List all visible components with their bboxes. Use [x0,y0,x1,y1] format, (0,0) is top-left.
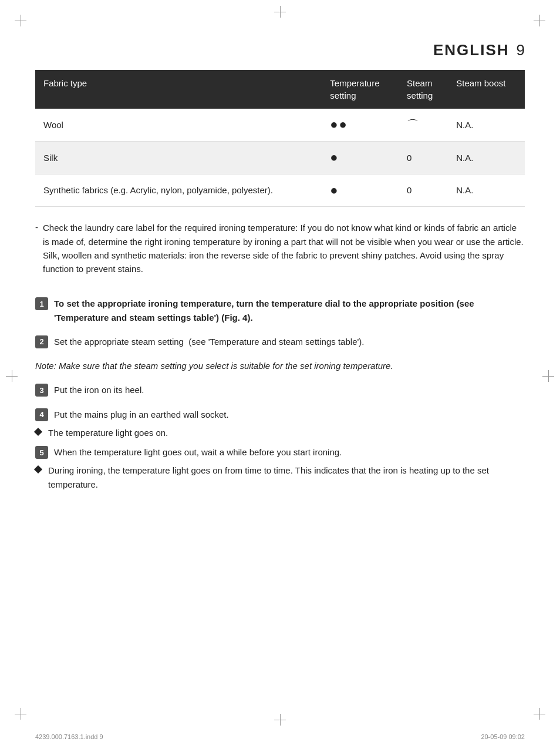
crosshair-bottom-center [274,714,286,726]
crosshair-br [534,708,545,720]
step-5-number: 5 [35,446,48,459]
table-row: Wool ●● ⌒ N.A. [35,109,525,141]
step-1-block: 1 To set the appropriate ironing tempera… [35,297,525,324]
bullet-diamond-icon-2 [34,465,42,474]
steam-setting-silk: 0 [399,141,448,174]
fabric-settings-table: Fabric type Temperaturesetting Steamsett… [35,70,525,207]
bullet-diamond-icon [34,428,42,436]
language-title: ENGLISH [433,41,510,59]
crosshair-tr [534,15,545,26]
footer-left: 4239.000.7163.1.indd 9 [35,733,103,740]
dot-icon: ●● [330,117,348,132]
fabric-type-synthetic: Synthetic fabrics (e.g. Acrylic, nylon, … [35,174,322,207]
bullet-item-2: During ironing, the temperature light go… [35,464,525,491]
crosshair-left-mid [6,370,18,382]
page-header: ENGLISH 9 [35,18,525,59]
boost-synthetic: N.A. [448,174,525,207]
steam-setting-synthetic: 0 [399,174,448,207]
step-2-block: 2 Set the appropriate steam setting (see… [35,335,525,348]
col-header-fabric: Fabric type [35,70,322,109]
cloud-icon: ⌒ [407,118,419,131]
boost-silk: N.A. [448,141,525,174]
step-5-text: When the temperature light goes out, wai… [54,445,525,459]
step-2-number: 2 [35,335,48,348]
fabric-type-wool: Wool [35,109,322,141]
bullet-item-1: The temperature light goes on. [35,426,525,439]
step-3-text: Put the iron on its heel. [54,383,525,397]
col-header-steam: Steamsetting [399,70,448,109]
note-text: Note: Make sure that the steam setting y… [35,359,525,372]
step-1-text: To set the appropriate ironing temperatu… [54,297,525,324]
step-4-text: Put the mains plug in an earthed wall so… [54,408,525,421]
page-footer: 4239.000.7163.1.indd 9 20-05-09 09:02 [35,733,525,740]
step-3-block: 3 Put the iron on its heel. [35,383,525,397]
bullet-2-text: During ironing, the temperature light go… [48,464,525,491]
table-row: Silk ● 0 N.A. [35,141,525,174]
temp-setting-wool: ●● [322,109,399,141]
crosshair-bl [15,708,26,720]
step-4-number: 4 [35,408,48,421]
footer-right: 20-05-09 09:02 [481,733,525,740]
page-container: ENGLISH 9 Fabric type Temperaturesetting… [0,0,560,752]
temp-setting-silk: ● [322,141,399,174]
temp-setting-synthetic: ● [322,174,399,207]
intro-text: Check the laundry care label for the req… [43,221,525,276]
fabric-type-silk: Silk [35,141,322,174]
page-number: 9 [517,41,525,59]
crosshair-right-mid [542,370,554,382]
dot-icon: ● [330,183,339,197]
crosshair-tl [15,15,26,26]
step-2-text: Set the appropriate steam setting (see '… [54,335,525,348]
steam-setting-wool: ⌒ [399,109,448,141]
col-header-boost: Steam boost [448,70,525,109]
dash-separator: - [35,222,38,232]
step-4-block: 4 Put the mains plug in an earthed wall … [35,408,525,421]
col-header-temperature: Temperaturesetting [322,70,399,109]
table-row: Synthetic fabrics (e.g. Acrylic, nylon, … [35,174,525,207]
step-1-number: 1 [35,297,48,310]
step-3-number: 3 [35,384,48,397]
crosshair-top-center [274,6,286,18]
dot-icon: ● [330,150,339,164]
step-5-block: 5 When the temperature light goes out, w… [35,445,525,459]
bullet-1-text: The temperature light goes on. [48,426,525,439]
intro-paragraph: - Check the laundry care label for the r… [35,221,525,286]
boost-wool: N.A. [448,109,525,141]
